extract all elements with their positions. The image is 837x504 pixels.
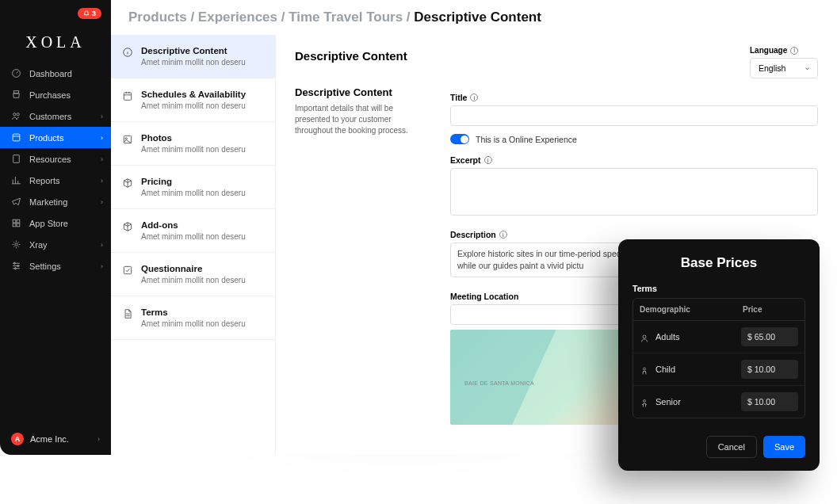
- settings-icon: [11, 261, 21, 271]
- breadcrumb-path[interactable]: Products / Experiences / Time Travel Tou…: [128, 10, 414, 25]
- nav-app-store[interactable]: App Store: [0, 212, 111, 234]
- notification-badge[interactable]: 3: [78, 8, 101, 19]
- nav-label: Xray: [29, 240, 48, 250]
- secnav-title: Photos: [141, 133, 246, 143]
- chevron-right-icon: ›: [101, 198, 103, 206]
- price-row: Adults$ 65.00: [633, 321, 805, 353]
- price-row: Senior$ 10.00: [633, 386, 805, 418]
- cube-icon: [122, 221, 133, 232]
- secnav-subtitle: Amet minim mollit non deseru: [141, 232, 246, 241]
- svg-point-20: [644, 400, 646, 403]
- dashboard-icon: [11, 68, 21, 78]
- terms-label: Terms: [633, 284, 805, 293]
- secnav-schedules-availability[interactable]: Schedules & AvailabilityAmet minim molli…: [111, 78, 275, 122]
- notification-count: 3: [92, 10, 96, 17]
- section-description: Important details that will be presented…: [295, 103, 430, 136]
- info-icon[interactable]: i: [790, 47, 798, 55]
- reports-icon: [11, 175, 21, 185]
- org-switcher[interactable]: A Acme Inc. ›: [0, 423, 111, 455]
- online-experience-toggle[interactable]: [450, 134, 469, 144]
- chevron-right-icon: ›: [101, 113, 103, 120]
- appstore-icon: [11, 218, 21, 228]
- doc-icon: [122, 308, 133, 319]
- org-name: Acme Inc.: [30, 434, 69, 444]
- section-title: Descriptive Content: [295, 86, 430, 98]
- secnav-title: Schedules & Availability: [141, 90, 246, 99]
- cancel-button[interactable]: Cancel: [706, 436, 757, 458]
- nav-purchases[interactable]: Purchases: [0, 84, 111, 105]
- online-toggle-label: This is a Online Experience: [476, 135, 577, 144]
- marketing-icon: [11, 197, 21, 207]
- svg-rect-8: [17, 223, 20, 227]
- breadcrumb: Products / Experiences / Time Travel Tou…: [111, 0, 837, 35]
- svg-point-9: [15, 243, 17, 246]
- info-icon[interactable]: i: [484, 156, 492, 164]
- save-button[interactable]: Save: [763, 436, 805, 458]
- demographic-icon: [640, 332, 649, 342]
- nav-reports[interactable]: Reports›: [0, 170, 111, 191]
- secnav-add-ons[interactable]: Add-onsAmet minim mollit non deseru: [111, 209, 275, 253]
- info-icon[interactable]: i: [470, 94, 478, 101]
- secnav-subtitle: Amet minim mollit non deseru: [141, 189, 246, 197]
- price-input[interactable]: $ 10.00: [741, 392, 798, 411]
- info-icon: [122, 47, 133, 58]
- nav-marketing[interactable]: Marketing›: [0, 191, 111, 212]
- language-label: Language i: [750, 46, 818, 55]
- chevron-right-icon: ›: [97, 435, 100, 443]
- title-label: Title: [450, 93, 467, 102]
- secnav-title: Questionnaire: [141, 264, 246, 273]
- nav-products[interactable]: Products›: [0, 127, 111, 148]
- nav-label: Reports: [29, 176, 60, 185]
- excerpt-label: Excerpt: [450, 155, 481, 165]
- nav-label: Resources: [29, 155, 71, 164]
- demographic-name: Adults: [655, 332, 735, 342]
- org-logo-icon: A: [11, 433, 24, 445]
- resources-icon: [11, 154, 21, 164]
- demographic-icon: [640, 397, 649, 407]
- secnav-questionnaire[interactable]: QuestionnaireAmet minim mollit non deser…: [111, 253, 275, 296]
- section-nav: Descriptive ContentAmet minim mollit non…: [111, 35, 276, 455]
- chevron-right-icon: ›: [101, 177, 103, 185]
- language-select[interactable]: English: [750, 58, 818, 78]
- nav-xray[interactable]: Xray›: [0, 234, 111, 255]
- secnav-pricing[interactable]: PricingAmet minim mollit non deseru: [111, 166, 275, 209]
- secnav-subtitle: Amet minim mollit non deseru: [141, 101, 246, 110]
- nav-customers[interactable]: Customers›: [0, 105, 111, 127]
- cube-icon: [122, 178, 133, 189]
- svg-point-16: [125, 138, 127, 139]
- excerpt-input[interactable]: [450, 168, 818, 216]
- calendar-icon: [122, 90, 133, 101]
- nav-settings[interactable]: Settings›: [0, 255, 111, 277]
- secnav-photos[interactable]: PhotosAmet minim mollit non deseru: [111, 122, 275, 166]
- nav-label: Customers: [29, 112, 71, 121]
- price-header: Price: [743, 305, 798, 314]
- secnav-terms[interactable]: TermsAmet minim mollit non deseru: [111, 296, 275, 340]
- secnav-descriptive-content[interactable]: Descriptive ContentAmet minim mollit non…: [111, 35, 275, 78]
- demographic-icon: [640, 365, 649, 374]
- description-label: Description: [450, 230, 496, 239]
- price-row: Child$ 10.00: [633, 353, 805, 386]
- svg-rect-6: [17, 220, 20, 223]
- svg-point-19: [644, 368, 646, 370]
- title-input[interactable]: [450, 105, 818, 126]
- chevron-right-icon: ›: [101, 262, 103, 270]
- price-input[interactable]: $ 10.00: [741, 360, 798, 379]
- price-input[interactable]: $ 65.00: [741, 327, 798, 346]
- svg-point-18: [643, 335, 646, 338]
- nav-resources[interactable]: Resources›: [0, 148, 111, 170]
- xray-icon: [11, 239, 21, 250]
- products-icon: [11, 132, 21, 143]
- chevron-right-icon: ›: [101, 134, 103, 142]
- secnav-subtitle: Amet minim mollit non deseru: [141, 145, 246, 154]
- chevron-right-icon: ›: [101, 241, 103, 249]
- info-icon[interactable]: i: [499, 231, 507, 239]
- nav-dashboard[interactable]: Dashboard: [0, 63, 111, 84]
- svg-rect-4: [13, 155, 20, 163]
- modal-title: Base Prices: [633, 255, 805, 271]
- svg-rect-7: [13, 223, 16, 227]
- nav-label: Marketing: [29, 197, 67, 207]
- chevron-right-icon: ›: [101, 155, 103, 163]
- nav-label: Purchases: [29, 90, 71, 100]
- svg-rect-5: [13, 220, 16, 223]
- nav-label: Settings: [29, 262, 61, 271]
